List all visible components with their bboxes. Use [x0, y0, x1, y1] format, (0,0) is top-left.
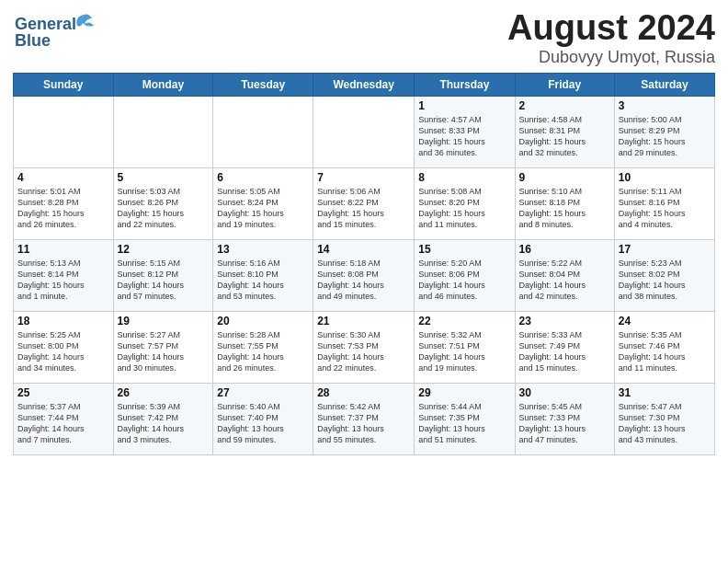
day-number: 31 — [619, 386, 711, 399]
calendar-cell: 28Sunrise: 5:42 AM Sunset: 7:37 PM Dayli… — [313, 383, 415, 454]
calendar-cell: 14Sunrise: 5:18 AM Sunset: 8:08 PM Dayli… — [313, 239, 415, 311]
calendar-cell: 31Sunrise: 5:47 AM Sunset: 7:30 PM Dayli… — [614, 383, 714, 454]
cell-content: Sunrise: 5:08 AM Sunset: 8:20 PM Dayligh… — [418, 186, 510, 231]
cell-content: Sunrise: 5:18 AM Sunset: 8:08 PM Dayligh… — [317, 258, 410, 303]
day-number: 6 — [217, 171, 309, 184]
calendar-cell: 9Sunrise: 5:10 AM Sunset: 8:18 PM Daylig… — [515, 167, 614, 239]
calendar-cell: 12Sunrise: 5:15 AM Sunset: 8:12 PM Dayli… — [113, 239, 213, 311]
calendar-table: SundayMondayTuesdayWednesdayThursdayFrid… — [13, 73, 715, 455]
day-number: 8 — [418, 171, 510, 184]
header: General Blue August 2024 Dubovyy Umyot, … — [13, 9, 715, 67]
days-header-row: SundayMondayTuesdayWednesdayThursdayFrid… — [14, 73, 715, 96]
day-number: 20 — [217, 315, 309, 327]
calendar-cell: 25Sunrise: 5:37 AM Sunset: 7:44 PM Dayli… — [14, 383, 114, 454]
subtitle: Dubovyy Umyot, Russia — [507, 48, 715, 67]
day-number: 22 — [418, 315, 510, 327]
day-number: 10 — [619, 171, 711, 184]
day-header-friday: Friday — [515, 73, 614, 96]
day-number: 18 — [17, 315, 109, 327]
cell-content: Sunrise: 5:47 AM Sunset: 7:30 PM Dayligh… — [619, 401, 711, 446]
calendar-cell: 4Sunrise: 5:01 AM Sunset: 8:28 PM Daylig… — [14, 167, 114, 239]
cell-content: Sunrise: 5:22 AM Sunset: 8:04 PM Dayligh… — [519, 258, 610, 303]
day-number: 23 — [519, 315, 610, 327]
day-header-sunday: Sunday — [14, 73, 114, 96]
cell-content: Sunrise: 5:20 AM Sunset: 8:06 PM Dayligh… — [418, 258, 510, 303]
cell-content: Sunrise: 5:11 AM Sunset: 8:16 PM Dayligh… — [619, 186, 711, 231]
calendar-cell: 13Sunrise: 5:16 AM Sunset: 8:10 PM Dayli… — [213, 239, 313, 311]
calendar-cell: 27Sunrise: 5:40 AM Sunset: 7:40 PM Dayli… — [213, 383, 313, 454]
week-row-2: 4Sunrise: 5:01 AM Sunset: 8:28 PM Daylig… — [14, 167, 715, 239]
week-row-5: 25Sunrise: 5:37 AM Sunset: 7:44 PM Dayli… — [14, 383, 715, 454]
day-number: 1 — [418, 99, 510, 112]
calendar-cell: 18Sunrise: 5:25 AM Sunset: 8:00 PM Dayli… — [14, 311, 114, 383]
calendar-cell: 16Sunrise: 5:22 AM Sunset: 8:04 PM Dayli… — [515, 239, 614, 311]
day-number: 12 — [118, 243, 210, 256]
day-number: 9 — [519, 171, 610, 184]
calendar-cell: 20Sunrise: 5:28 AM Sunset: 7:55 PM Dayli… — [213, 311, 313, 383]
page: General Blue August 2024 Dubovyy Umyot, … — [0, 0, 728, 563]
day-number: 19 — [118, 315, 210, 327]
day-number: 3 — [619, 99, 711, 112]
cell-content: Sunrise: 5:39 AM Sunset: 7:42 PM Dayligh… — [118, 401, 210, 446]
day-number: 13 — [217, 243, 309, 256]
calendar-cell: 8Sunrise: 5:08 AM Sunset: 8:20 PM Daylig… — [415, 167, 515, 239]
calendar-cell: 7Sunrise: 5:06 AM Sunset: 8:22 PM Daylig… — [313, 167, 415, 239]
calendar-cell: 22Sunrise: 5:32 AM Sunset: 7:51 PM Dayli… — [415, 311, 515, 383]
cell-content: Sunrise: 5:45 AM Sunset: 7:33 PM Dayligh… — [519, 401, 610, 446]
day-number: 30 — [519, 386, 610, 399]
day-number: 16 — [519, 243, 610, 256]
week-row-1: 1Sunrise: 4:57 AM Sunset: 8:33 PM Daylig… — [14, 96, 715, 167]
day-header-thursday: Thursday — [415, 73, 515, 96]
calendar-cell — [213, 96, 313, 167]
cell-content: Sunrise: 5:35 AM Sunset: 7:46 PM Dayligh… — [619, 329, 711, 374]
week-row-4: 18Sunrise: 5:25 AM Sunset: 8:00 PM Dayli… — [14, 311, 715, 383]
calendar-cell — [113, 96, 213, 167]
day-number: 21 — [317, 315, 410, 327]
day-number: 4 — [17, 171, 109, 184]
cell-content: Sunrise: 5:32 AM Sunset: 7:51 PM Dayligh… — [418, 329, 510, 374]
cell-content: Sunrise: 5:15 AM Sunset: 8:12 PM Dayligh… — [118, 258, 210, 303]
day-header-wednesday: Wednesday — [313, 73, 415, 96]
day-number: 2 — [519, 99, 610, 112]
calendar-cell: 1Sunrise: 4:57 AM Sunset: 8:33 PM Daylig… — [415, 96, 515, 167]
calendar-cell: 5Sunrise: 5:03 AM Sunset: 8:26 PM Daylig… — [113, 167, 213, 239]
logo: General Blue — [13, 9, 96, 55]
calendar-cell: 11Sunrise: 5:13 AM Sunset: 8:14 PM Dayli… — [14, 239, 114, 311]
calendar-cell: 15Sunrise: 5:20 AM Sunset: 8:06 PM Dayli… — [415, 239, 515, 311]
cell-content: Sunrise: 5:40 AM Sunset: 7:40 PM Dayligh… — [217, 401, 309, 446]
cell-content: Sunrise: 5:27 AM Sunset: 7:57 PM Dayligh… — [118, 329, 210, 374]
calendar-cell: 19Sunrise: 5:27 AM Sunset: 7:57 PM Dayli… — [113, 311, 213, 383]
calendar-cell: 24Sunrise: 5:35 AM Sunset: 7:46 PM Dayli… — [614, 311, 714, 383]
day-number: 28 — [317, 386, 410, 399]
day-header-monday: Monday — [113, 73, 213, 96]
day-number: 29 — [418, 386, 510, 399]
cell-content: Sunrise: 5:25 AM Sunset: 8:00 PM Dayligh… — [17, 329, 109, 374]
cell-content: Sunrise: 5:05 AM Sunset: 8:24 PM Dayligh… — [217, 186, 309, 231]
day-header-saturday: Saturday — [614, 73, 714, 96]
svg-text:Blue: Blue — [15, 31, 51, 50]
day-number: 27 — [217, 386, 309, 399]
cell-content: Sunrise: 5:30 AM Sunset: 7:53 PM Dayligh… — [317, 329, 410, 374]
cell-content: Sunrise: 5:00 AM Sunset: 8:29 PM Dayligh… — [619, 114, 711, 159]
calendar-cell: 10Sunrise: 5:11 AM Sunset: 8:16 PM Dayli… — [614, 167, 714, 239]
cell-content: Sunrise: 5:23 AM Sunset: 8:02 PM Dayligh… — [619, 258, 711, 303]
cell-content: Sunrise: 5:03 AM Sunset: 8:26 PM Dayligh… — [118, 186, 210, 231]
cell-content: Sunrise: 5:01 AM Sunset: 8:28 PM Dayligh… — [17, 186, 109, 231]
day-number: 5 — [118, 171, 210, 184]
calendar-cell: 23Sunrise: 5:33 AM Sunset: 7:49 PM Dayli… — [515, 311, 614, 383]
calendar-cell: 29Sunrise: 5:44 AM Sunset: 7:35 PM Dayli… — [415, 383, 515, 454]
calendar-cell: 2Sunrise: 4:58 AM Sunset: 8:31 PM Daylig… — [515, 96, 614, 167]
week-row-3: 11Sunrise: 5:13 AM Sunset: 8:14 PM Dayli… — [14, 239, 715, 311]
calendar-cell: 26Sunrise: 5:39 AM Sunset: 7:42 PM Dayli… — [113, 383, 213, 454]
day-number: 25 — [17, 386, 109, 399]
calendar-cell: 17Sunrise: 5:23 AM Sunset: 8:02 PM Dayli… — [614, 239, 714, 311]
logo-svg: General Blue — [13, 9, 96, 55]
cell-content: Sunrise: 4:57 AM Sunset: 8:33 PM Dayligh… — [418, 114, 510, 159]
day-number: 7 — [317, 171, 410, 184]
calendar-cell — [14, 96, 114, 167]
cell-content: Sunrise: 5:06 AM Sunset: 8:22 PM Dayligh… — [317, 186, 410, 231]
svg-text:General: General — [15, 15, 76, 33]
calendar-cell: 6Sunrise: 5:05 AM Sunset: 8:24 PM Daylig… — [213, 167, 313, 239]
day-number: 24 — [619, 315, 711, 327]
cell-content: Sunrise: 5:16 AM Sunset: 8:10 PM Dayligh… — [217, 258, 309, 303]
